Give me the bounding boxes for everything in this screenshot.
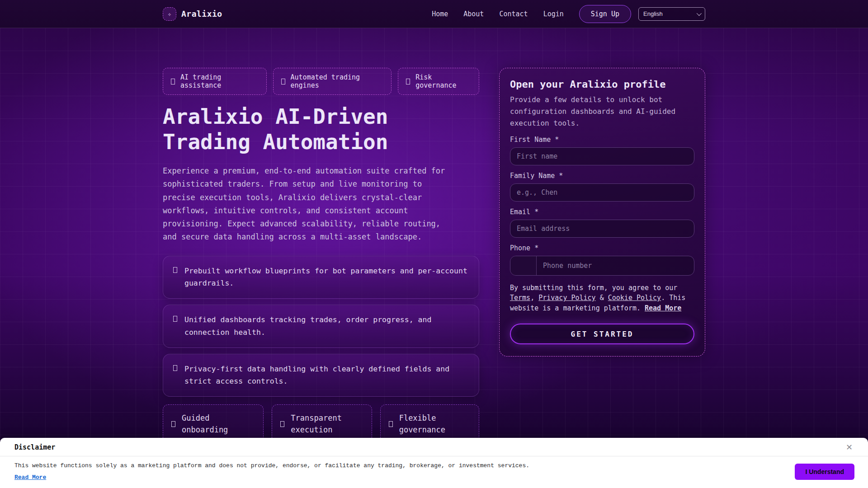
main-content: AI trading assistance Automated trading … xyxy=(163,28,705,444)
feature-list: Prebuilt workflow blueprints for bot par… xyxy=(163,256,479,397)
signup-form-card: Open your Aralixio profile Provide a few… xyxy=(499,68,705,357)
chip-label: Guided onboarding xyxy=(182,412,255,436)
nav-link-home[interactable]: Home xyxy=(432,10,448,18)
language-selected-value: English xyxy=(643,10,693,17)
disclaimer-bar: Disclaimer ✕ This website functions sole… xyxy=(0,438,868,488)
chip-icon xyxy=(389,421,393,427)
badge-ai-trading-assistance: AI trading assistance xyxy=(163,68,267,95)
feature-card-blueprints: Prebuilt workflow blueprints for bot par… xyxy=(163,256,479,299)
disclaimer-title: Disclaimer xyxy=(14,443,55,451)
brand-logo[interactable]: ✧ Aralixio xyxy=(163,7,222,21)
family-name-field[interactable] xyxy=(510,183,694,202)
feature-card-dashboards: Unified dashboards tracking trades, orde… xyxy=(163,305,479,347)
nav-link-about[interactable]: About xyxy=(463,10,484,18)
phone-group: Phone * xyxy=(510,244,694,276)
badge-icon xyxy=(171,79,175,84)
signup-form-section: Open your Aralixio profile Provide a few… xyxy=(499,68,705,444)
email-field[interactable] xyxy=(510,220,694,238)
terms-part: By submitting this form, you agree to ou… xyxy=(510,284,677,292)
language-select[interactable]: English xyxy=(638,7,705,21)
email-group: Email * xyxy=(510,208,694,238)
terms-read-more-link[interactable]: Read More xyxy=(645,304,681,312)
disclaimer-text-block: This website functions solely as a marke… xyxy=(14,462,529,481)
phone-label: Phone * xyxy=(510,244,694,252)
terms-part: , xyxy=(530,294,538,302)
country-code-select[interactable] xyxy=(510,256,537,275)
email-label: Email * xyxy=(510,208,694,216)
title-line-2: Trading Automation xyxy=(163,130,388,154)
page-title: Aralixio AI-Driven Trading Automation xyxy=(163,104,479,155)
feature-card-privacy: Privacy-first data handling with clearly… xyxy=(163,354,479,397)
close-icon[interactable]: ✕ xyxy=(846,443,853,451)
header: ✧ Aralixio Home About Contact Login Sign… xyxy=(0,0,868,28)
hero-description: Experience a premium, end-to-end automat… xyxy=(163,164,456,244)
feature-icon xyxy=(173,365,177,371)
family-name-group: Family Name * xyxy=(510,172,694,202)
first-name-field[interactable] xyxy=(510,147,694,165)
disclaimer-text: This website functions solely as a marke… xyxy=(14,462,529,469)
get-started-button[interactable]: GET STARTED xyxy=(510,324,694,344)
nav-link-login[interactable]: Login xyxy=(543,10,564,18)
disclaimer-read-more-link[interactable]: Read More xyxy=(14,474,46,481)
cookie-policy-link[interactable]: Cookie Policy xyxy=(608,294,661,302)
chip-icon xyxy=(171,421,175,427)
terms-part: & xyxy=(596,294,608,302)
nav-link-contact[interactable]: Contact xyxy=(499,10,528,18)
badge-label: Automated trading engines xyxy=(291,73,384,89)
badge-risk-governance: Risk governance xyxy=(398,68,479,95)
sparkle-icon: ✧ xyxy=(163,7,176,21)
signup-button[interactable]: Sign Up xyxy=(579,5,631,23)
disclaimer-body: This website functions solely as a marke… xyxy=(0,456,868,488)
chip-icon xyxy=(280,421,284,427)
form-title: Open your Aralixio profile xyxy=(510,79,694,90)
terms-text: By submitting this form, you agree to ou… xyxy=(510,283,694,314)
hero-badges: AI trading assistance Automated trading … xyxy=(163,68,479,95)
privacy-policy-link[interactable]: Privacy Policy xyxy=(538,294,595,302)
chevron-down-icon xyxy=(697,10,702,15)
chip-label: Transparent execution xyxy=(291,412,363,436)
brand-name: Aralixio xyxy=(181,9,222,19)
badge-icon xyxy=(406,79,410,84)
feature-text: Unified dashboards tracking trades, orde… xyxy=(184,314,469,338)
i-understand-button[interactable]: I Understand xyxy=(795,464,854,480)
main-nav: Home About Contact Login xyxy=(432,10,564,18)
disclaimer-header: Disclaimer ✕ xyxy=(0,438,868,456)
form-subtitle: Provide a few details to unlock bot conf… xyxy=(510,94,694,129)
first-name-label: First Name * xyxy=(510,136,694,144)
badge-label: AI trading assistance xyxy=(180,73,259,89)
title-line-1: Aralixio AI-Driven xyxy=(163,104,388,129)
badge-automated-trading-engines: Automated trading engines xyxy=(273,68,392,95)
family-name-label: Family Name * xyxy=(510,172,694,180)
phone-input-wrap xyxy=(510,256,694,276)
badge-icon xyxy=(281,79,285,84)
hero-section: AI trading assistance Automated trading … xyxy=(163,68,479,444)
feature-icon xyxy=(173,267,177,273)
feature-text: Privacy-first data handling with clearly… xyxy=(184,363,469,388)
first-name-group: First Name * xyxy=(510,136,694,165)
page: ✧ Aralixio Home About Contact Login Sign… xyxy=(0,0,868,488)
feature-text: Prebuilt workflow blueprints for bot par… xyxy=(184,265,469,290)
chip-label: Flexible governance xyxy=(399,412,471,436)
feature-icon xyxy=(173,316,177,322)
phone-field[interactable] xyxy=(537,256,694,275)
badge-label: Risk governance xyxy=(415,73,471,89)
terms-link[interactable]: Terms xyxy=(510,294,530,302)
